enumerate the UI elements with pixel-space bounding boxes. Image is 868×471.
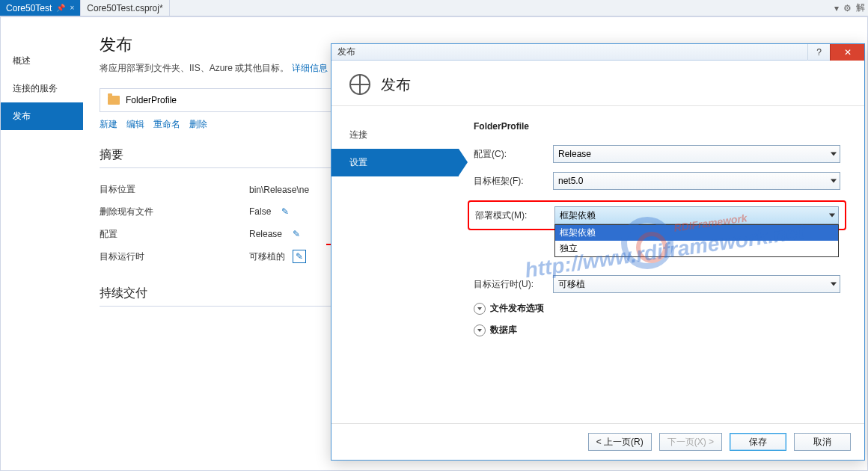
edit-icon[interactable]: ✎ [278,205,292,218]
subtitle-text: 将应用部署到文件夹、IIS、Azure 或其他目标。 [100,63,292,73]
deploy-mode-dropdown: 框架依赖 独立 [554,224,839,257]
tab-label: Core50Test.csproj* [87,3,162,13]
label: 部署模式(M): [475,209,547,222]
label: 目标框架(F): [474,175,545,188]
expander-label: 数据库 [490,324,517,336]
action-rename[interactable]: 重命名 [153,118,180,131]
edit-icon[interactable]: ✎ [290,227,303,241]
document-tab-strip: Core50Test 📌 × Core50Test.csproj* ▾ ⚙ 解 [0,0,868,16]
tab-label: Core50Test [6,3,52,13]
label: 目标运行时 [100,250,249,263]
help-button[interactable]: ? [807,44,830,61]
expander-label: 文件发布选项 [490,302,544,315]
nav-publish[interactable]: 发布 [1,102,83,130]
framework-select[interactable]: net5.0 [553,172,840,190]
pin-icon[interactable]: 📌 [56,4,65,12]
value: bin\Release\ne [249,185,309,195]
close-tab-icon[interactable]: × [70,4,74,12]
value: 可移植的 [249,250,285,263]
dialog-heading: 发布 [381,75,411,95]
publish-dialog: 发布 ? ✕ 发布 连接 设置 FolderProfile 配置(C): Rel… [331,43,865,461]
row-deploy-mode: 部署模式(M): 框架依赖 框架依赖 独立 [475,206,839,224]
select-value: 可移植 [558,278,585,291]
action-edit[interactable]: 编辑 [126,118,144,131]
label: 配置(C): [474,148,545,161]
tab-strip-right: ▾ ⚙ 解 [834,0,868,16]
select-value: Release [558,149,591,159]
tab-active[interactable]: Core50Test 📌 × [0,0,81,16]
step-connection[interactable]: 连接 [331,121,459,149]
prev-button[interactable]: < 上一页(R) [588,433,652,451]
dialog-nav: 连接 设置 [331,106,459,423]
profile-title: FolderProfile [474,121,840,132]
edit-icon[interactable]: ✎ [293,250,306,263]
dialog-titlebar: 发布 ? ✕ [331,44,864,61]
select-value: net5.0 [558,176,583,186]
cancel-button[interactable]: 取消 [794,433,851,451]
chevron-down-icon [831,179,837,183]
label: 删除现有文件 [100,206,249,218]
action-delete[interactable]: 删除 [189,118,207,131]
select-value: 框架依赖 [560,209,596,222]
option-self-contained[interactable]: 独立 [555,241,838,256]
value: Release [249,229,282,239]
close-button[interactable]: ✕ [830,44,864,61]
chevron-down-icon [829,214,835,218]
dialog-title: 发布 [337,46,355,58]
row-target-framework: 目标框架(F): net5.0 [474,172,840,190]
globe-icon [349,74,370,95]
row-config: 配置(C): Release [474,145,840,163]
nav-connected-services[interactable]: 连接的服务 [1,75,83,102]
label: 配置 [100,228,249,241]
save-button[interactable]: 保存 [730,433,786,451]
expander-database[interactable]: 数据库 [474,324,840,336]
dialog-form: FolderProfile 配置(C): Release 目标框架(F): ne… [459,106,864,423]
tab-csproj[interactable]: Core50Test.csproj* [81,0,169,16]
runtime-select[interactable]: 可移植 [553,275,840,293]
nav-overview[interactable]: 概述 [1,47,83,75]
expander-file-publish-options[interactable]: 文件发布选项 [474,302,840,315]
right-text: 解 [856,1,865,14]
option-framework-dependent[interactable]: 框架依赖 [555,225,838,241]
highlight-deploy-mode: 部署模式(M): 框架依赖 框架依赖 独立 [468,200,846,230]
left-nav: 概述 连接的服务 发布 [1,17,83,470]
chevron-down-icon [474,303,486,315]
dropdown-icon[interactable]: ▾ [834,3,839,13]
dialog-footer: < 上一页(R) 下一页(X) > 保存 取消 [331,423,864,460]
dialog-header: 发布 [331,61,864,106]
gear-icon[interactable]: ⚙ [843,3,852,13]
config-select[interactable]: Release [553,145,840,163]
label: 目标位置 [100,183,249,196]
chevron-down-icon [831,283,837,286]
deploy-mode-select[interactable]: 框架依赖 框架依赖 独立 [554,206,839,224]
row-target-runtime: 目标运行时(U): 可移植 [474,275,840,293]
label: 目标运行时(U): [474,278,545,291]
profile-name: FolderProfile [126,95,177,105]
folder-icon [108,96,120,105]
step-settings[interactable]: 设置 [331,149,459,176]
chevron-down-icon [474,324,486,336]
value: False [249,206,271,217]
details-link[interactable]: 详细信息 [292,63,328,73]
action-new[interactable]: 新建 [100,118,117,131]
chevron-down-icon [831,153,837,156]
next-button: 下一页(X) > [659,433,722,451]
